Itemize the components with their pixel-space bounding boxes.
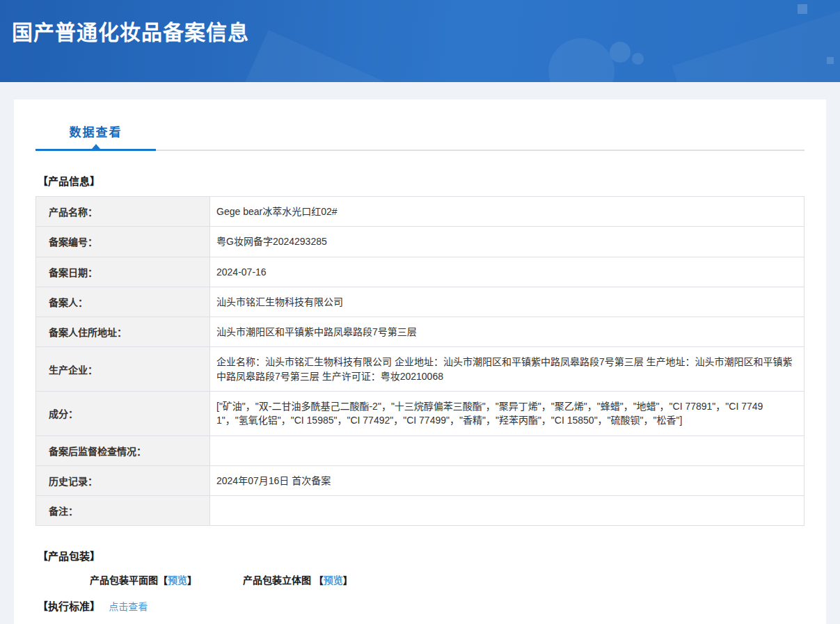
- tab-active-caret-icon: [92, 144, 100, 149]
- row-label-registrant-address: 备案人住所地址：: [36, 317, 210, 347]
- section-title-product-info: 【产品信息】: [38, 173, 805, 188]
- table-row: 备注：: [36, 495, 805, 525]
- row-label-product-name: 产品名称：: [36, 197, 210, 227]
- bracket-open: 【: [314, 575, 324, 586]
- section-title-packaging: 【产品包装】: [38, 548, 805, 563]
- bracket-close: 】: [343, 575, 353, 586]
- row-label-remarks: 备注：: [36, 495, 210, 525]
- table-row: 备案人住所地址： 汕头市潮阳区和平镇紫中路凤皋路段7号第三层: [36, 317, 805, 347]
- tab-strip: 数据查看: [35, 122, 805, 151]
- standard-view-link[interactable]: 点击查看: [109, 601, 148, 612]
- packaging-3d-label: 产品包装立体图: [243, 575, 314, 586]
- header-decoration-square: [827, 57, 834, 64]
- row-label-manufacturer: 生产企业：: [36, 347, 210, 392]
- packaging-flat-item: 产品包装平面图【预览】: [90, 575, 197, 586]
- tab-strip-divider: [156, 150, 805, 151]
- row-label-record-date: 备案日期：: [36, 257, 210, 287]
- standard-section: 【执行标准】 点击查看: [38, 598, 805, 613]
- table-row: 备案日期： 2024-07-16: [36, 257, 805, 287]
- bracket-close: 】: [187, 575, 197, 586]
- row-value-remarks: [210, 495, 805, 525]
- table-row: 备案后监督检查情况：: [36, 435, 805, 465]
- row-value-history: 2024年07月16日 首次备案: [210, 465, 805, 495]
- main-panel: 数据查看 【产品信息】 产品名称： Gege bear冰萃水光口红02# 备案编…: [14, 99, 826, 624]
- packaging-flat-preview-link[interactable]: 预览: [168, 575, 187, 586]
- tab-active-underline: [35, 149, 156, 151]
- section-title-standard: 【执行标准】: [38, 600, 100, 612]
- packaging-flat-label: 产品包装平面图: [90, 575, 158, 586]
- table-row: 历史记录： 2024年07月16日 首次备案: [36, 465, 805, 495]
- row-label-record-number: 备案编号：: [36, 227, 210, 257]
- content-wrapper: 数据查看 【产品信息】 产品名称： Gege bear冰萃水光口红02# 备案编…: [0, 82, 840, 624]
- product-info-table: 产品名称： Gege bear冰萃水光口红02# 备案编号： 粤G妆网备字202…: [35, 196, 805, 526]
- row-label-ingredients: 成分：: [36, 392, 210, 436]
- packaging-3d-preview-link[interactable]: 预览: [324, 575, 343, 586]
- bracket-open: 【: [158, 575, 168, 586]
- row-label-history: 历史记录：: [36, 465, 210, 495]
- row-value-record-number: 粤G妆网备字2024293285: [210, 227, 805, 257]
- row-value-ingredients: ["矿油"，"双-二甘油多酰基己二酸酯-2"，"十三烷醇偏苯三酸酯"，"聚异丁烯…: [210, 392, 805, 436]
- row-value-registrant-address: 汕头市潮阳区和平镇紫中路凤皋路段7号第三层: [210, 317, 805, 347]
- page-title: 国产普通化妆品备案信息: [0, 0, 840, 46]
- tab-data-view-label: 数据查看: [70, 126, 122, 139]
- row-value-product-name: Gege bear冰萃水光口红02#: [210, 197, 805, 227]
- row-value-manufacturer: 企业名称：汕头市铭汇生物科技有限公司 企业地址：汕头市潮阳区和平镇紫中路凤皋路段…: [210, 347, 805, 392]
- table-row: 备案编号： 粤G妆网备字2024293285: [36, 227, 805, 257]
- tab-data-view[interactable]: 数据查看: [35, 122, 156, 151]
- row-label-registrant: 备案人：: [36, 287, 210, 317]
- packaging-links-row: 产品包装平面图【预览】 产品包装立体图 【预览】: [90, 573, 805, 586]
- row-value-record-date: 2024-07-16: [210, 257, 805, 287]
- table-row: 产品名称： Gege bear冰萃水光口红02#: [36, 197, 805, 227]
- header-decoration-circle: [632, 53, 644, 65]
- table-row: 生产企业： 企业名称：汕头市铭汇生物科技有限公司 企业地址：汕头市潮阳区和平镇紫…: [36, 347, 805, 392]
- row-label-supervision: 备案后监督检查情况：: [36, 435, 210, 465]
- row-value-supervision: [210, 435, 805, 465]
- table-row: 成分： ["矿油"，"双-二甘油多酰基己二酸酯-2"，"十三烷醇偏苯三酸酯"，"…: [36, 392, 805, 436]
- page-header-banner: 国产普通化妆品备案信息: [0, 0, 840, 82]
- packaging-3d-item: 产品包装立体图 【预览】: [243, 575, 353, 586]
- row-value-registrant: 汕头市铭汇生物科技有限公司: [210, 287, 805, 317]
- table-row: 备案人： 汕头市铭汇生物科技有限公司: [36, 287, 805, 317]
